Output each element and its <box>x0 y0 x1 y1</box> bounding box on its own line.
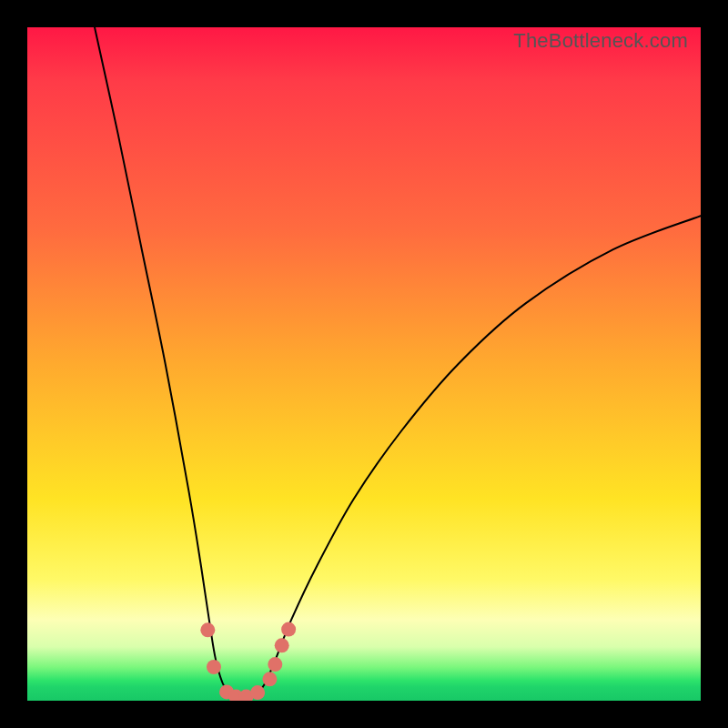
curve-marker <box>262 672 277 686</box>
curve-marker <box>268 657 282 672</box>
curve-marker <box>200 622 215 637</box>
curve-marker <box>275 638 289 652</box>
plot-area: TheBottleneck.com <box>27 27 701 701</box>
curve-layer <box>27 27 701 701</box>
curve-marker <box>250 685 265 700</box>
bottleneck-curve <box>95 27 701 698</box>
curve-marker <box>281 622 296 637</box>
chart-frame: TheBottleneck.com <box>0 0 728 728</box>
curve-markers <box>200 622 296 701</box>
curve-marker <box>207 660 221 674</box>
